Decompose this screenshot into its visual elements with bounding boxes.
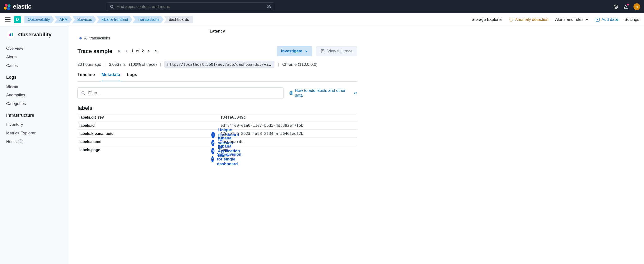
table-row: labels.id1Unique dashboard IDedf84fe0-e1…: [78, 122, 357, 130]
trace-duration: 3,053 ms: [109, 62, 126, 67]
space-selector[interactable]: D: [14, 16, 21, 23]
search-icon: [81, 91, 85, 95]
sidebar-group-infra-title: Infrastructure: [6, 113, 62, 118]
newsfeed-icon[interactable]: [624, 4, 628, 9]
svg-point-22: [291, 92, 292, 94]
labels-table: labels.git_revf34fe63049clabels.id1Uniqu…: [78, 113, 357, 154]
storage-explorer-link[interactable]: Storage Explorer: [472, 17, 502, 22]
pager-current: 1: [132, 49, 134, 53]
global-search-input[interactable]: [116, 4, 264, 9]
breadcrumb-service-name[interactable]: kibana-frontend: [96, 16, 132, 24]
breadcrumb-apm[interactable]: APM: [54, 16, 72, 24]
svg-rect-11: [12, 33, 13, 36]
pager-text: 1 of 2: [132, 49, 144, 54]
tab-metadata[interactable]: Metadata: [102, 72, 120, 81]
breadcrumb-observability[interactable]: Observability: [24, 16, 54, 24]
add-data-label: Add data: [602, 17, 618, 22]
trace-actions: Investigate View full trace: [277, 46, 357, 56]
sidebar: Observability Overview Alerts Cases Logs…: [0, 26, 69, 264]
sidebar-item-overview[interactable]: Overview: [6, 44, 62, 53]
sidebar-group-logs-title: Logs: [6, 75, 62, 80]
breadcrumb-transactions[interactable]: Transactions: [132, 16, 164, 24]
chart-title-row: Latency: [78, 26, 357, 35]
elastic-logo-icon: [4, 3, 10, 10]
chart-title: Latency: [210, 29, 225, 34]
metadata-filter-box[interactable]: [78, 87, 284, 99]
trace-browser: Chrome (110.0.0.0): [282, 62, 318, 67]
user-avatar[interactable]: a: [634, 3, 640, 10]
trace-percent: (100% of trace): [129, 62, 157, 67]
pager-next-button[interactable]: [146, 49, 151, 54]
global-search-box[interactable]: ⌘/: [107, 2, 274, 11]
tab-timeline[interactable]: Timeline: [78, 72, 95, 81]
svg-line-23: [355, 92, 356, 94]
sidebar-title: Observability: [18, 32, 52, 38]
chevron-down-icon: [304, 50, 308, 53]
trace-sample-title: Trace sample: [78, 48, 112, 54]
label-key: labels.name3Kibana Application Name: [78, 138, 218, 146]
trace-timestamp: 20 hours ago: [78, 62, 101, 67]
legend-row: All transactions: [78, 35, 357, 45]
brand-logo[interactable]: elastic: [4, 3, 31, 10]
sidebar-item-alerts[interactable]: Alerts: [6, 53, 62, 62]
metadata-filter-input[interactable]: [88, 91, 280, 96]
trace-url-chip[interactable]: http://localhost:5601/nev/app/dashboards…: [164, 61, 274, 68]
sidebar-item-stream[interactable]: Stream: [6, 82, 62, 91]
labels-help-link[interactable]: How to add labels and other data: [289, 88, 357, 98]
header-right: a: [614, 3, 640, 10]
investigate-button[interactable]: Investigate: [277, 46, 312, 56]
breadcrumb-services[interactable]: Services: [72, 16, 96, 24]
anomaly-detection-link[interactable]: Anomaly detection: [509, 17, 548, 22]
svg-point-0: [110, 5, 113, 8]
external-link-icon: [354, 91, 357, 95]
breadcrumb-current: dashboards: [164, 16, 194, 24]
alerts-label: Alerts and rules: [555, 17, 583, 22]
help-icon[interactable]: [614, 4, 618, 9]
alerts-rules-menu[interactable]: Alerts and rules: [555, 17, 588, 22]
sub-header: D Observability APM Services kibana-fron…: [0, 13, 644, 26]
label-value: f34fe63049c: [218, 113, 357, 122]
nav-toggle-icon[interactable]: [5, 17, 10, 22]
trace-meta-row: 20 hours ago | 3,053 ms (100% of trace) …: [78, 58, 357, 72]
trace-pager: 1 of 2: [117, 49, 158, 54]
sidebar-item-cases[interactable]: Cases: [6, 62, 62, 70]
document-icon: [320, 49, 325, 53]
pager-of: of: [136, 49, 139, 53]
separator: |: [278, 62, 279, 67]
legend-label: All transactions: [84, 36, 110, 40]
annotation: 4Sub-division for single dashboard: [211, 152, 242, 166]
svg-line-1: [112, 8, 114, 8]
pager-prev-button[interactable]: [124, 49, 129, 54]
global-search: ⌘/: [107, 2, 274, 11]
svg-point-5: [510, 18, 513, 21]
settings-link[interactable]: Settings: [625, 17, 639, 22]
view-full-trace-button[interactable]: View full trace: [316, 46, 357, 56]
sidebar-group-logs: Logs Stream Anomalies Categories: [0, 75, 68, 108]
add-data-link[interactable]: Add data: [596, 17, 618, 22]
breadcrumbs: Observability APM Services kibana-fronte…: [24, 16, 193, 24]
trace-sample-header: Trace sample 1 of 2 Investigate Vi: [78, 45, 357, 58]
filter-row: How to add labels and other data: [78, 87, 357, 99]
svg-point-21: [290, 91, 293, 95]
sidebar-item-categories[interactable]: Categories: [6, 100, 62, 108]
pager-first-button[interactable]: [117, 49, 122, 54]
separator: |: [160, 62, 161, 67]
investigate-label: Investigate: [281, 49, 302, 54]
annotation-number: 4: [211, 156, 214, 162]
table-row: labels.git_revf34fe63049c: [78, 113, 357, 122]
svg-point-19: [82, 92, 84, 94]
page-layout: Observability Overview Alerts Cases Logs…: [0, 26, 644, 264]
sidebar-item-hosts[interactable]: Hosts: [6, 138, 62, 146]
observability-icon: [6, 30, 15, 39]
anomaly-label: Anomaly detection: [515, 17, 548, 22]
table-row: labels.kibana_uuid2Kibana session ID42dd…: [78, 130, 357, 138]
pager-last-button[interactable]: [154, 49, 158, 54]
label-value: 42ddb1c6-8623-4a98-8134-af56461ee12b: [218, 130, 357, 138]
sidebar-item-anomalies[interactable]: Anomalies: [6, 91, 62, 100]
sidebar-item-metrics-explorer[interactable]: Metrics Explorer: [6, 129, 62, 138]
sidebar-group-top: Overview Alerts Cases: [0, 44, 68, 70]
tab-logs[interactable]: Logs: [127, 72, 137, 81]
sidebar-item-inventory[interactable]: Inventory: [6, 120, 62, 129]
sidebar-group-infra: Infrastructure Inventory Metrics Explore…: [0, 113, 68, 146]
sub-header-right: Storage Explorer Anomaly detection Alert…: [472, 17, 639, 22]
